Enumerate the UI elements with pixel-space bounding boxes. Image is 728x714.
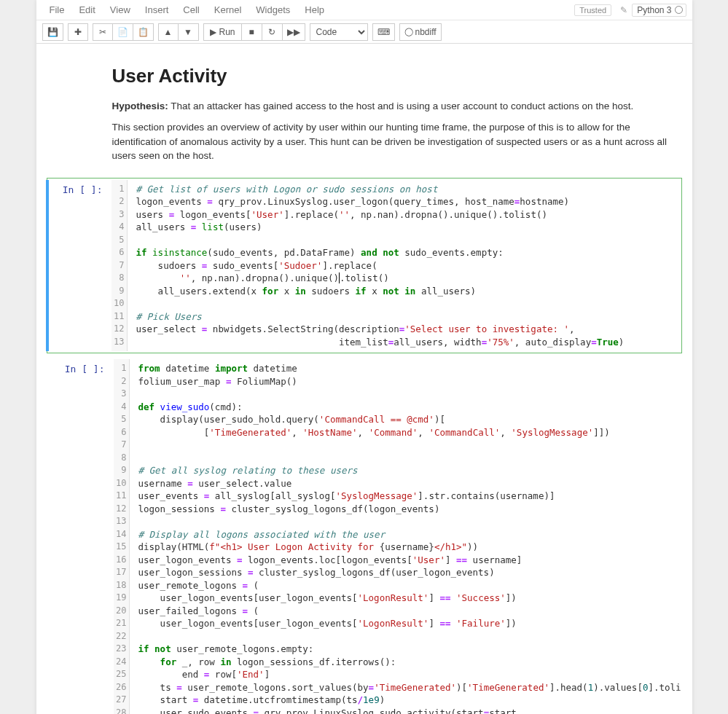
toolbar: 💾 ✚ ✂ 📄 📋 ▲ ▼ ▶ Run ■ ↻ ▶▶	[36, 20, 692, 44]
fast-forward-icon: ▶▶	[287, 27, 300, 37]
code-editor[interactable]: # Get list of users with Logon or sudo s…	[132, 180, 680, 352]
copy-button[interactable]: 📄	[113, 23, 133, 41]
restart-button[interactable]: ↻	[262, 23, 283, 41]
menu-view[interactable]: View	[103, 1, 138, 18]
move-up-button[interactable]: ▲	[158, 23, 179, 41]
arrow-down-icon: ▼	[184, 27, 192, 37]
menu-insert[interactable]: Insert	[138, 1, 176, 18]
prompt-label: In [ ]:	[48, 359, 109, 714]
menu-bar: File Edit View Insert Cell Kernel Widget…	[36, 0, 692, 20]
paste-icon: 📋	[138, 27, 149, 37]
kernel-status-circle-icon	[675, 6, 683, 14]
interrupt-button[interactable]: ■	[242, 23, 262, 41]
play-icon: ▶	[210, 27, 216, 37]
restart-icon: ↻	[268, 27, 275, 37]
section-description: This section provides an overview of act…	[112, 120, 684, 163]
kernel-indicator[interactable]: Python 3	[632, 4, 686, 17]
keyboard-icon: ⌨	[377, 27, 390, 37]
code-cell-2[interactable]: In [ ]: 1 2 3 4 5 6 7 8 9 10 11 12 13 14…	[47, 358, 682, 714]
code-cell-1[interactable]: In [ ]: 1 2 3 4 5 6 7 8 9 10 11 12 13 # …	[47, 178, 682, 354]
prompt-label: In [ ]:	[46, 180, 107, 352]
menu-edit[interactable]: Edit	[71, 1, 102, 18]
menu-cell[interactable]: Cell	[176, 1, 206, 18]
restart-run-all-button[interactable]: ▶▶	[283, 23, 305, 41]
menu-widgets[interactable]: Widgets	[248, 1, 297, 18]
plus-icon: ✚	[74, 27, 82, 37]
hypothesis-text: That an attacker has gained access to th…	[168, 101, 633, 111]
save-button[interactable]: 💾	[42, 23, 63, 41]
hypothesis-paragraph: Hypothesis: That an attacker has gained …	[112, 99, 684, 114]
stop-icon: ■	[248, 27, 254, 37]
command-palette-button[interactable]: ⌨	[372, 23, 395, 41]
trusted-badge[interactable]: Trusted	[574, 4, 611, 16]
circle-icon: ◯	[404, 27, 413, 36]
kernel-name-label: Python 3	[637, 5, 671, 15]
line-gutter: 1 2 3 4 5 6 7 8 9 10 11 12 13 14 15 16 1…	[114, 359, 130, 714]
pencil-icon[interactable]: ✎	[616, 5, 632, 15]
code-editor[interactable]: from datetime import datetime folium_use…	[134, 359, 681, 714]
notebook-body: User Activity Hypothesis: That an attack…	[36, 44, 692, 714]
cut-button[interactable]: ✂	[93, 23, 113, 41]
insert-cell-button[interactable]: ✚	[68, 23, 88, 41]
hypothesis-label: Hypothesis:	[112, 101, 168, 111]
menu-kernel[interactable]: Kernel	[207, 1, 249, 18]
menu-help[interactable]: Help	[297, 1, 332, 18]
nbdiff-label: nbdiff	[415, 27, 437, 37]
markdown-cell[interactable]: User Activity Hypothesis: That an attack…	[36, 57, 692, 173]
run-label: Run	[219, 27, 235, 37]
run-button[interactable]: ▶ Run	[203, 23, 242, 41]
notebook-container: File Edit View Insert Cell Kernel Widget…	[36, 0, 692, 714]
cell-type-select[interactable]: Code	[310, 23, 368, 41]
section-heading: User Activity	[112, 63, 684, 90]
line-gutter: 1 2 3 4 5 6 7 8 9 10 11 12 13	[111, 180, 128, 352]
paste-button[interactable]: 📋	[133, 23, 154, 41]
copy-icon: 📄	[117, 27, 128, 37]
nbdiff-button[interactable]: ◯ nbdiff	[399, 23, 442, 41]
menu-file[interactable]: File	[42, 1, 72, 18]
move-down-button[interactable]: ▼	[179, 23, 199, 41]
save-icon: 💾	[47, 27, 58, 37]
scissors-icon: ✂	[99, 27, 106, 37]
arrow-up-icon: ▲	[164, 27, 173, 37]
